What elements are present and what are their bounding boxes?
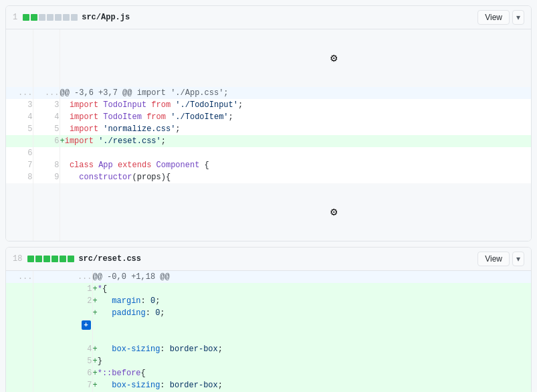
old-line-num: 3 xyxy=(6,99,33,111)
expand-content: ⚙ xyxy=(60,29,531,87)
expand-top-button[interactable]: ⚙ xyxy=(296,41,342,75)
chevron-button-resetcss[interactable]: ▾ xyxy=(512,252,524,266)
file-stats xyxy=(23,14,78,21)
new-line-num: 4 xyxy=(33,111,60,123)
table-row: 8 9 constructor(props){ xyxy=(6,171,531,183)
expand-row-bottom: ⚙ xyxy=(6,183,531,241)
file-header-left-reset: 18 src/reset.css xyxy=(13,254,141,264)
old-ln xyxy=(6,295,33,307)
file-header-left: 1 src/App.js xyxy=(13,13,130,22)
stat-green-2 xyxy=(31,14,37,21)
new-ln: 6 xyxy=(33,367,92,379)
old-line-num: 8 xyxy=(6,171,33,183)
table-row: 2 + margin: 0; xyxy=(6,295,531,307)
view-button-resetcss[interactable]: View xyxy=(477,252,510,266)
file-header-resetcss: 18 src/reset.css View ▾ xyxy=(6,248,531,271)
chevron-button-appjs[interactable]: ▾ xyxy=(512,10,524,25)
table-row: 3 3 import TodoInput from './TodoInput'; xyxy=(6,99,531,111)
old-ln xyxy=(6,307,33,343)
table-row: 4 + box-sizing: border-box; xyxy=(6,343,531,355)
table-row: 7 8 class App extends Component { xyxy=(6,159,531,171)
lc: + margin: 0; xyxy=(92,295,531,307)
hunk-header-row: ... ... @@ -3,6 +3,7 @@ import './App.cs… xyxy=(6,87,531,99)
file-line-number-reset: 18 xyxy=(13,254,22,264)
old-line-num: 5 xyxy=(6,123,33,135)
line-content-added: +import './reset.css'; xyxy=(60,135,531,147)
stat-gray-4 xyxy=(63,14,70,21)
file-line-number: 1 xyxy=(13,13,17,22)
old-line-num-added xyxy=(6,135,33,147)
expand-bottom-icon: ⚙ xyxy=(330,207,338,217)
file-header-right: View ▾ xyxy=(477,10,524,25)
stat-green-r6 xyxy=(68,256,74,262)
new-ln: 2 xyxy=(33,295,92,307)
file-stats-reset xyxy=(27,256,74,262)
view-button-appjs[interactable]: View xyxy=(477,10,510,25)
table-row: 5 +} xyxy=(6,355,531,367)
hunk-content-reset: @@ -0,0 +1,18 @@ xyxy=(92,271,531,283)
expand-icon: ⚙ xyxy=(330,53,338,64)
expand-line-num-new xyxy=(33,183,60,241)
lc: +} xyxy=(92,355,531,367)
expand-bottom-button[interactable]: ⚙ xyxy=(296,195,342,229)
new-line-num xyxy=(33,147,60,159)
line-content: import TodoInput from './TodoInput'; xyxy=(60,99,531,111)
lc: + box-sizing: border-box; xyxy=(92,379,531,391)
table-row: 6 +*::before{ xyxy=(6,367,531,379)
old-line-num: 4 xyxy=(6,111,33,123)
old-ln xyxy=(6,367,33,379)
table-row: 4 4 import TodoItem from './TodoItem'; xyxy=(6,111,531,123)
file-name-appjs: src/App.js xyxy=(82,13,130,22)
file-header-right-reset: View ▾ xyxy=(477,252,524,266)
new-ln: 5 xyxy=(33,355,92,367)
stat-gray-1 xyxy=(39,14,45,21)
expand-line-num-new xyxy=(33,29,60,87)
line-content: class App extends Component { xyxy=(60,159,531,171)
stat-gray-3 xyxy=(55,14,62,21)
line-content: import TodoItem from './TodoItem'; xyxy=(60,111,531,123)
lc: +*::before{ xyxy=(92,367,531,379)
old-ln xyxy=(6,283,33,295)
new-ln: 7 xyxy=(33,379,92,391)
stat-green-r4 xyxy=(51,256,58,262)
new-ln: 1 xyxy=(33,283,92,295)
file-header-appjs: 1 src/App.js View ▾ xyxy=(6,6,531,29)
stat-gray-2 xyxy=(47,14,53,21)
diff-file-resetcss: 18 src/reset.css View ▾ ... ... @@ -0,0 … xyxy=(5,247,532,392)
hunk-new-num: ... xyxy=(33,87,60,99)
old-ln xyxy=(6,343,33,355)
new-line-num: 3 xyxy=(33,99,60,111)
stat-green-r2 xyxy=(35,256,42,262)
new-line-num: 5 xyxy=(33,123,60,135)
line-content xyxy=(60,147,531,159)
table-row: 6 +import './reset.css'; xyxy=(6,135,531,147)
expand-line-num-old xyxy=(6,29,33,87)
table-row: 6 xyxy=(6,147,531,159)
table-row: 7 + box-sizing: border-box; xyxy=(6,379,531,391)
old-ln xyxy=(6,379,33,391)
hunk-header-row-reset: ... ... @@ -0,0 +1,18 @@ xyxy=(6,271,531,283)
file-name-resetcss: src/reset.css xyxy=(78,254,141,264)
lc: + box-sizing: border-box; xyxy=(92,343,531,355)
plus-badge: + xyxy=(82,320,91,330)
expand-line-num-old xyxy=(6,183,33,241)
lc: +*{ xyxy=(92,283,531,295)
old-ln xyxy=(6,355,33,367)
stat-gray-5 xyxy=(71,14,78,21)
lc: + padding: 0; xyxy=(92,307,531,343)
hunk-content: @@ -3,6 +3,7 @@ import './App.css'; xyxy=(60,87,531,99)
new-line-num: 8 xyxy=(33,159,60,171)
new-line-num-added: 6 xyxy=(33,135,60,147)
diff-table-resetcss: ... ... @@ -0,0 +1,18 @@ 1 +*{ 2 + margi… xyxy=(6,271,531,392)
diff-table-appjs: ⚙ ... ... @@ -3,6 +3,7 @@ import './App.… xyxy=(6,29,531,241)
stat-green-r5 xyxy=(60,256,66,262)
old-line-num: 7 xyxy=(6,159,33,171)
table-row: 5 5 import 'normalize.css'; xyxy=(6,123,531,135)
diff-file-appjs: 1 src/App.js View ▾ xyxy=(5,5,532,241)
table-row: + + padding: 0; xyxy=(6,307,531,343)
stat-green-1 xyxy=(23,14,29,21)
table-row: 1 +*{ xyxy=(6,283,531,295)
new-ln: 4 xyxy=(33,343,92,355)
expand-content-bottom: ⚙ xyxy=(60,183,531,241)
hunk-new-num-reset: ... xyxy=(33,271,92,283)
